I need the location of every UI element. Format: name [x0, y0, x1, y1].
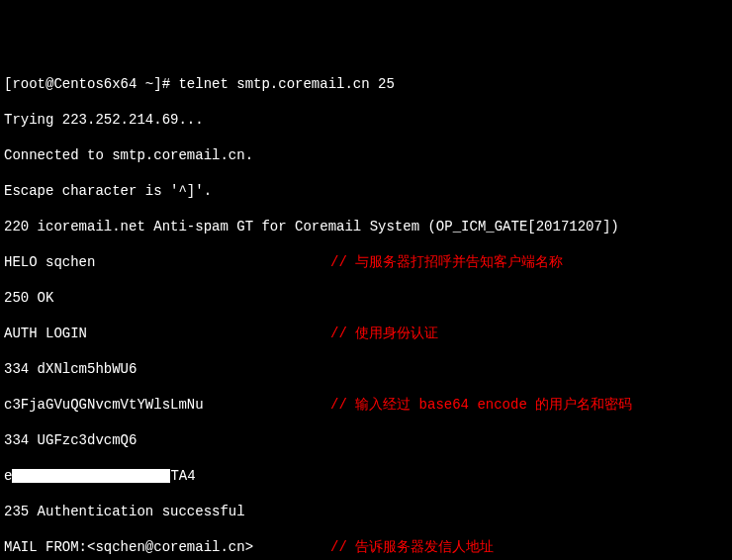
comment-text: // 输入经过 base64 encode 的用户名和密码	[330, 396, 632, 414]
terminal-line: 235 Authentication successful	[4, 503, 728, 520]
terminal-line: Escape character is '^]'.	[4, 182, 728, 200]
terminal-text: Escape character is '^]'.	[4, 183, 212, 199]
terminal-text: e	[4, 468, 12, 484]
terminal-line: Connected to smtp.coremail.cn.	[4, 146, 728, 164]
terminal-line: Trying 223.252.214.69...	[4, 111, 728, 129]
comment-text: // 告诉服务器发信人地址	[330, 538, 494, 556]
terminal-text: 235 Authentication successful	[4, 504, 245, 519]
terminal-text: Trying 223.252.214.69...	[4, 112, 204, 128]
terminal-line: HELO sqchen// 与服务器打招呼并告知客户端名称	[4, 253, 728, 271]
terminal-text: [root@Centos6x64 ~]# telnet smtp.coremai…	[4, 76, 395, 92]
redaction-block	[12, 469, 170, 483]
terminal-text: 220 icoremail.net Anti-spam GT for Corem…	[4, 219, 619, 234]
terminal-text: AUTH LOGIN	[4, 326, 87, 341]
terminal-text: MAIL FROM:<sqchen@coremail.cn>	[4, 539, 253, 555]
comment-text: // 与服务器打招呼并告知客户端名称	[330, 253, 563, 271]
terminal-line: MAIL FROM:<sqchen@coremail.cn>// 告诉服务器发信…	[4, 538, 728, 556]
terminal-text: 250 OK	[4, 290, 53, 306]
terminal-text: 334 UGFzc3dvcmQ6	[4, 432, 137, 448]
terminal-line: c3FjaGVuQGNvcmVtYWlsLmNu// 输入经过 base64 e…	[4, 396, 728, 414]
terminal-text: Connected to smtp.coremail.cn.	[4, 147, 253, 163]
terminal-text: c3FjaGVuQGNvcmVtYWlsLmNu	[4, 397, 204, 413]
terminal-line: AUTH LOGIN// 使用身份认证	[4, 325, 728, 342]
terminal-line: 220 icoremail.net Anti-spam GT for Corem…	[4, 218, 728, 235]
terminal-text: TA4	[170, 468, 195, 484]
terminal-text: 334 dXNlcm5hbWU6	[4, 361, 137, 377]
comment-text: // 使用身份认证	[330, 325, 438, 342]
terminal-text: HELO sqchen	[4, 254, 95, 270]
terminal-line: 334 dXNlcm5hbWU6	[4, 360, 728, 378]
terminal-line: 250 OK	[4, 289, 728, 307]
terminal-line-prompt: [root@Centos6x64 ~]# telnet smtp.coremai…	[4, 75, 728, 93]
terminal-line-redacted: e TA4	[4, 467, 728, 485]
terminal-line: 334 UGFzc3dvcmQ6	[4, 431, 728, 449]
